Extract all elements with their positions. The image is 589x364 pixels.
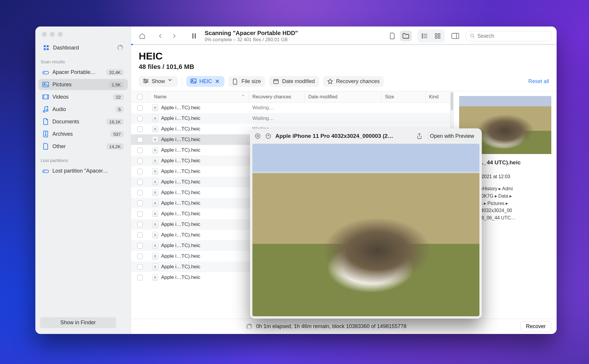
row-checkbox-cell: [131, 177, 149, 187]
sidebar-item-badge: 1,5K: [109, 82, 124, 88]
row-checkbox[interactable]: [137, 232, 143, 238]
search-field[interactable]: [466, 31, 551, 41]
svg-rect-24: [435, 37, 437, 38]
sidebar-item-audio[interactable]: Audio 5: [38, 104, 128, 115]
view-file-button[interactable]: [386, 31, 398, 41]
quicklook-title: Apple iPhone 11 Pro 4032x3024_000003 (2…: [275, 133, 412, 139]
row-checkbox[interactable]: [137, 211, 143, 217]
row-checkbox[interactable]: [137, 148, 143, 153]
sidebar-item-label: Other: [52, 143, 103, 150]
nav-forward-button[interactable]: [168, 31, 180, 41]
sidebar-item-documents[interactable]: Documents 16,1K: [38, 116, 128, 127]
audio-icon: [42, 106, 49, 112]
remove-filter-icon[interactable]: [215, 79, 220, 84]
view-grid-button[interactable]: [432, 31, 444, 41]
show-in-finder-button[interactable]: Show in Finder: [40, 317, 116, 328]
row-name-cell: Apple i…TC).heic: [149, 155, 249, 166]
view-folder-button[interactable]: [400, 31, 412, 41]
heic-file-icon: [152, 221, 158, 228]
filter-date-modified[interactable]: Date modified: [269, 76, 319, 87]
recover-button[interactable]: Recover: [520, 321, 551, 332]
row-checkbox[interactable]: [137, 179, 143, 185]
row-checkbox[interactable]: [137, 158, 143, 164]
content-header: HEIC 48 files / 101,6 MB: [131, 45, 557, 74]
toggle-inspector-button[interactable]: [449, 31, 461, 41]
window-controls: [35, 27, 131, 40]
row-kind-cell: [426, 113, 450, 124]
row-checkbox[interactable]: [137, 243, 143, 249]
view-list-button[interactable]: [419, 31, 431, 41]
sidebar-item-videos[interactable]: Videos 22: [38, 91, 128, 102]
heic-file-icon: [152, 232, 158, 238]
pause-scan-button[interactable]: [188, 31, 200, 41]
sidebar-item-archives[interactable]: Archives 537: [38, 128, 128, 140]
sidebar-section-scan-results: Scan results: [35, 54, 131, 66]
svg-point-7: [44, 83, 45, 85]
svg-point-14: [45, 135, 46, 136]
heic-file-icon: [152, 179, 158, 185]
sidebar-item-lost-partition[interactable]: Lost partition "Apacer…: [38, 165, 128, 176]
reset-all-link[interactable]: Reset all: [528, 78, 549, 85]
row-checkbox-cell: [131, 272, 149, 283]
table-row[interactable]: Apple i…TC).heicWaiting…: [131, 102, 450, 113]
column-checkbox[interactable]: [131, 91, 149, 102]
select-all-checkbox[interactable]: [137, 94, 143, 100]
close-window-dot[interactable]: [42, 32, 47, 37]
row-name-cell: Apple i…TC).heic: [149, 187, 249, 198]
open-with-preview-button[interactable]: Open with Preview: [426, 131, 478, 141]
heic-file-icon: [152, 211, 158, 217]
row-name-cell: Apple i…TC).heic: [149, 272, 249, 283]
row-checkbox[interactable]: [137, 105, 143, 111]
filter-show-button[interactable]: Show: [139, 76, 178, 87]
column-size[interactable]: Size: [381, 91, 426, 102]
row-checkbox[interactable]: [137, 275, 143, 280]
row-checkbox[interactable]: [137, 169, 143, 174]
search-input[interactable]: [477, 33, 547, 39]
row-checkbox-cell: [131, 124, 149, 134]
heic-file-icon: [152, 126, 158, 132]
dashboard-icon: [43, 44, 49, 51]
svg-rect-2: [44, 48, 46, 50]
row-checkbox-cell: [131, 187, 149, 198]
column-kind[interactable]: Kind: [426, 91, 450, 102]
minimize-window-dot[interactable]: [50, 32, 55, 37]
row-checkbox[interactable]: [137, 126, 143, 132]
row-checkbox[interactable]: [137, 222, 143, 227]
column-recovery[interactable]: Recovery chances: [249, 91, 305, 102]
zoom-window-dot[interactable]: [58, 32, 63, 37]
sidebar: Dashboard Scan results Apacer Portable… …: [35, 27, 131, 334]
sidebar-section-lost: Lost partitions: [35, 153, 131, 165]
sidebar-item-pictures[interactable]: Pictures 1,5K: [38, 79, 128, 90]
row-checkbox[interactable]: [137, 264, 143, 270]
row-checkbox-cell: [131, 113, 149, 124]
row-checkbox[interactable]: [137, 201, 143, 206]
nav-back-button[interactable]: [155, 31, 166, 41]
row-filename: Apple i…TC).heic: [161, 168, 200, 174]
quicklook-window[interactable]: Apple iPhone 11 Pro 4032x3024_000003 (2……: [250, 128, 482, 319]
column-name[interactable]: Name ⌃: [149, 91, 249, 102]
quicklook-image: [252, 144, 479, 316]
sidebar-item-other[interactable]: Other 14,2K: [38, 141, 128, 152]
scanning-spinner-icon: [117, 45, 123, 51]
share-icon[interactable]: [416, 133, 423, 140]
videos-icon: [42, 94, 49, 100]
sidebar-item-drive[interactable]: Apacer Portable… 32,4K: [38, 67, 128, 78]
svg-point-27: [470, 34, 474, 37]
row-checkbox[interactable]: [137, 254, 143, 259]
scan-progress-bar: [131, 44, 557, 45]
row-checkbox[interactable]: [137, 190, 143, 196]
row-checkbox[interactable]: [137, 116, 143, 121]
close-icon[interactable]: [254, 133, 261, 140]
row-checkbox[interactable]: [137, 137, 143, 143]
row-filename: Apple i…TC).heic: [161, 147, 200, 153]
slideshow-icon[interactable]: [265, 133, 272, 140]
filter-chip-label: HEIC: [199, 78, 212, 85]
filter-chip-heic[interactable]: HEIC: [186, 76, 224, 87]
home-button[interactable]: [136, 31, 148, 41]
filter-recovery-chances[interactable]: Recovery chances: [323, 76, 384, 87]
table-row[interactable]: Apple i…TC).heicWaiting…: [131, 113, 450, 124]
column-date[interactable]: Date modified: [305, 91, 381, 102]
sidebar-bottom: Show in Finder: [35, 313, 131, 334]
sidebar-dashboard[interactable]: Dashboard: [38, 42, 128, 54]
filter-file-size[interactable]: File size: [229, 76, 265, 87]
